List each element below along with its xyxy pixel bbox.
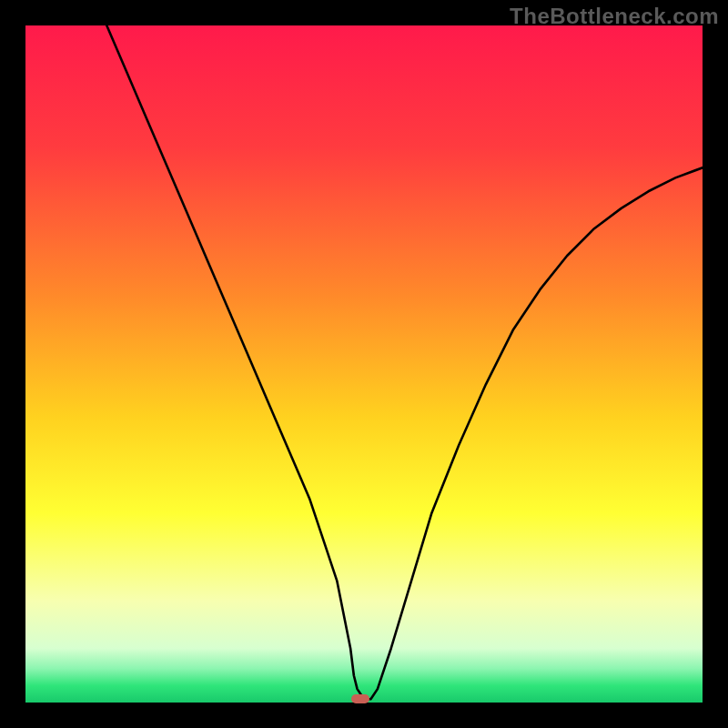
chart-frame: TheBottleneck.com (0, 0, 728, 728)
bottleneck-chart (25, 25, 703, 703)
watermark-text: TheBottleneck.com (510, 4, 719, 29)
gradient-background (25, 25, 703, 703)
optimal-point-marker (351, 694, 369, 703)
